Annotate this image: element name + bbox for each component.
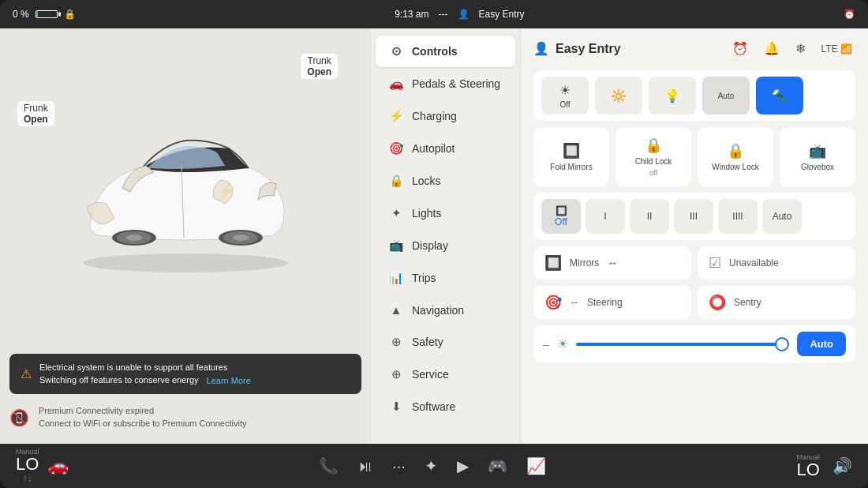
wiper-auto-btn[interactable]: Auto — [762, 199, 802, 234]
unavailable-label: Unavailable — [729, 257, 779, 268]
taskbar-left: Manual LO ↑↓ 🚗 — [16, 448, 69, 484]
wiper-iiii-btn[interactable]: IIII — [718, 199, 758, 234]
connectivity-bar: 📵 Premium Connectivity expired Connect t… — [9, 400, 361, 434]
lock-icon: 🔒 — [64, 9, 76, 20]
alert-content: Electrical system is unable to support a… — [39, 362, 251, 386]
apps-icon: ✦ — [425, 456, 438, 475]
alert-link[interactable]: Learn More — [207, 376, 251, 385]
left-climate-control: Manual LO ↑↓ — [16, 448, 39, 484]
sidebar-item-charging[interactable]: ⚡ Charging — [376, 100, 515, 132]
child-lock-icon: 🔒 — [645, 137, 662, 154]
chart-btn[interactable]: 📈 — [526, 456, 546, 475]
right-temp-display: LO — [797, 461, 820, 479]
pedals-icon: 🚗 — [388, 77, 404, 91]
unavailable-icon: ☑ — [709, 254, 721, 272]
mirrors-icon: 🔲 — [544, 254, 562, 272]
apps-btn[interactable]: ✦ — [425, 456, 438, 475]
wiper-iii-btn[interactable]: III — [674, 199, 713, 234]
games-btn[interactable]: 🎮 — [488, 456, 507, 475]
wiper-ii-btn[interactable]: II — [630, 199, 669, 234]
media2-icon: ▶ — [457, 456, 469, 475]
signal-icon[interactable]: LTE 📶 — [818, 40, 855, 58]
snowflake-icon[interactable]: ❄ — [792, 38, 809, 59]
status-separator: --- — [439, 9, 448, 20]
sidebar-item-locks[interactable]: 🔒 Locks — [376, 165, 515, 197]
fold-mirrors-btn[interactable]: 🔲 Fold Mirrors — [533, 127, 609, 186]
more-icon: ··· — [392, 457, 406, 475]
navigation-label: Navigation — [412, 304, 464, 317]
drive-mode: Easy Entry — [479, 9, 525, 20]
more-btn[interactable]: ··· — [392, 457, 406, 475]
bell-header-icon[interactable]: 🔔 — [761, 38, 783, 59]
brightness-slider[interactable] — [576, 343, 790, 346]
car-icon-taskbar[interactable]: 🚗 — [47, 456, 69, 476]
chart-icon: 📈 — [526, 456, 546, 475]
alarm-icon: ⏰ — [844, 9, 855, 20]
glovebox-icon: 📺 — [809, 142, 826, 160]
wiper-icon: 🔲 — [556, 205, 567, 216]
phone-btn[interactable]: 📞 — [319, 456, 339, 475]
brightness-row: – ☀ Auto — [533, 325, 855, 362]
sidebar-item-software[interactable]: ⬇ Software — [376, 391, 515, 422]
wiper-off-btn[interactable]: 🔲 Off — [541, 199, 581, 234]
display-label: Display — [412, 239, 448, 252]
sidebar-item-autopilot[interactable]: 🎯 Autopilot — [376, 133, 515, 164]
pedals-label: Pedals & Steering — [412, 77, 500, 90]
car-image-area: ⚡ Trunk Open Frunk Open — [9, 38, 361, 354]
sidebar-item-service[interactable]: ⊕ Service — [376, 358, 515, 390]
high-beam-btn[interactable]: 🔦 — [756, 77, 803, 114]
safety-icon: ⊕ — [388, 335, 404, 349]
volume-btn[interactable]: 🔊 — [832, 456, 852, 475]
locks-icon: 🔒 — [388, 174, 404, 188]
navigation-icon: ▲ — [388, 303, 404, 317]
service-icon: ⊕ — [388, 367, 404, 381]
profile-icon: 👤 — [533, 41, 549, 56]
autopilot-label: Autopilot — [412, 142, 455, 155]
sidebar-item-safety[interactable]: ⊕ Safety — [376, 326, 515, 358]
sentry-label: Sentry — [734, 297, 761, 308]
trips-label: Trips — [412, 272, 436, 284]
media-btn[interactable]: ⏯ — [357, 457, 373, 475]
taskbar: Manual LO ↑↓ 🚗 📞 ⏯ ··· ✦ ▶ 🎮 📈 Manual — [0, 444, 868, 488]
games-icon: 🎮 — [488, 456, 507, 475]
steering-icon-small: ↔ — [570, 297, 579, 308]
menu-sidebar: ⊙ Controls 🚗 Pedals & Steering ⚡ Chargin… — [371, 28, 521, 444]
locks-label: Locks — [412, 175, 441, 187]
brightness-minus-icon: – — [543, 338, 549, 351]
brightness-sun-icon: ☀ — [557, 336, 568, 351]
svg-point-0 — [83, 253, 288, 272]
status-bar: 0 % 🔒 9:13 am --- 👤 Easy Entry ⏰ — [0, 0, 868, 28]
status-row-1: 🔲 Mirrors ↔ ☑ Unavailable — [533, 246, 855, 280]
window-lock-btn[interactable]: 🔒 Window Lock — [698, 127, 773, 186]
status-row-2: 🎯 ↔ Steering ⭕ Sentry — [533, 286, 855, 319]
charging-label: Charging — [412, 110, 457, 122]
media2-btn[interactable]: ▶ — [457, 456, 469, 475]
service-label: Service — [412, 368, 449, 381]
fog-icon: 💡 — [664, 88, 680, 103]
connectivity-subtext: Connect to WiFi or subscribe to Premium … — [39, 418, 246, 430]
child-lock-btn[interactable]: 🔒 Child Lock off — [615, 127, 691, 186]
brightness-auto-btn[interactable]: Auto — [797, 332, 846, 356]
auto-lights-btn[interactable]: Auto — [702, 77, 750, 114]
sidebar-item-lights[interactable]: ✦ Lights — [376, 197, 515, 229]
sidebar-item-controls[interactable]: ⊙ Controls — [376, 36, 515, 67]
alarm-header-icon[interactable]: ⏰ — [729, 38, 751, 59]
wiper-i-btn[interactable]: I — [586, 199, 625, 234]
car-panel: ⚡ Trunk Open Frunk Open ⚠ Electric — [0, 28, 371, 444]
sidebar-item-navigation[interactable]: ▲ Navigation — [376, 295, 515, 325]
parking-lights-btn[interactable]: 🔆 — [595, 77, 642, 114]
alert-bar: ⚠ Electrical system is unable to support… — [9, 354, 361, 394]
sidebar-item-display[interactable]: 📺 Display — [376, 230, 515, 261]
fog-lights-btn[interactable]: 💡 — [649, 77, 696, 114]
alert-icon: ⚠ — [21, 366, 32, 381]
time-display: 9:13 am — [395, 9, 428, 20]
svg-point-7 — [233, 235, 249, 241]
sidebar-item-pedals[interactable]: 🚗 Pedals & Steering — [376, 68, 515, 99]
lights-off-btn[interactable]: ☀ Off — [541, 77, 589, 114]
sidebar-item-trips[interactable]: 📊 Trips — [376, 262, 515, 294]
safety-label: Safety — [412, 336, 443, 348]
taskbar-right: Manual LO 🔊 — [796, 453, 852, 479]
trunk-label: Trunk Open — [301, 54, 338, 79]
glovebox-btn[interactable]: 📺 Glovebox — [780, 127, 855, 186]
sentry-status-card: ⭕ Sentry — [698, 286, 855, 319]
